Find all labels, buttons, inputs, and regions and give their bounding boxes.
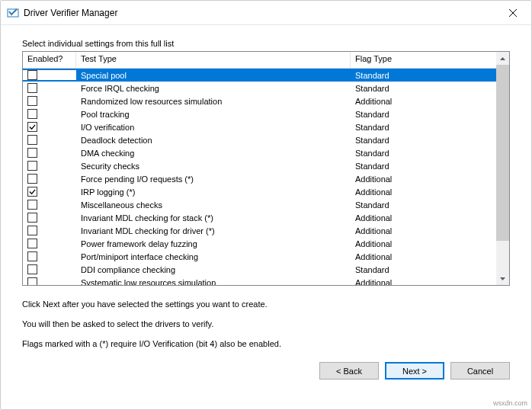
scroll-up-button[interactable] <box>496 52 509 65</box>
row-flagtype: Standard <box>351 136 496 145</box>
col-header-enabled[interactable]: Enabled? <box>23 52 76 68</box>
row-enabled-cell <box>23 174 76 184</box>
col-header-testtype[interactable]: Test Type <box>76 52 351 68</box>
row-enabled-cell <box>23 122 76 132</box>
scroll-thumb[interactable] <box>496 65 509 241</box>
table-row[interactable]: Security checksStandard <box>23 159 496 172</box>
table-row[interactable]: IRP logging (*)Additional <box>23 185 496 198</box>
row-checkbox[interactable] <box>27 226 37 235</box>
row-checkbox[interactable] <box>27 251 37 261</box>
row-enabled-cell <box>23 213 76 223</box>
row-enabled-cell <box>23 264 76 274</box>
row-flagtype: Standard <box>351 265 496 274</box>
row-checkbox[interactable] <box>27 187 37 197</box>
row-enabled-cell <box>23 187 76 197</box>
app-icon <box>7 7 19 19</box>
row-flagtype: Additional <box>351 97 496 106</box>
window: Driver Verifier Manager Select individua… <box>0 0 532 410</box>
content-area: Select individual settings from this ful… <box>1 25 531 409</box>
row-enabled-cell <box>23 70 76 80</box>
list-body: Special poolStandardForce IRQL checkingS… <box>23 69 496 285</box>
table-row[interactable]: Miscellaneous checksStandard <box>23 198 496 211</box>
table-row[interactable]: I/O verificationStandard <box>23 120 496 133</box>
table-row[interactable]: Systematic low resources simulationAddit… <box>23 276 496 285</box>
row-flagtype: Additional <box>351 252 496 261</box>
row-testtype: I/O verification <box>76 123 351 132</box>
row-checkbox[interactable] <box>27 161 37 171</box>
row-enabled-cell <box>23 251 76 261</box>
row-enabled-cell <box>23 148 76 158</box>
row-checkbox[interactable] <box>27 174 37 184</box>
row-flagtype: Standard <box>351 110 496 119</box>
col-header-enabled-label: Enabled? <box>27 54 63 63</box>
next-button[interactable]: Next > <box>385 362 444 380</box>
table-row[interactable]: Special poolStandard <box>23 69 496 82</box>
row-enabled-cell <box>23 83 76 93</box>
notes: Click Next after you have selected the s… <box>22 299 510 359</box>
button-row: < Back Next > Cancel <box>22 359 510 380</box>
row-flagtype: Additional <box>351 278 496 286</box>
list-header: Enabled? Test Type Flag Type <box>23 52 496 69</box>
row-checkbox[interactable] <box>27 122 37 132</box>
table-row[interactable]: Invariant MDL checking for stack (*)Addi… <box>23 211 496 224</box>
row-enabled-cell <box>23 161 76 171</box>
row-testtype: Special pool <box>76 71 351 80</box>
row-testtype: Invariant MDL checking for stack (*) <box>76 213 351 223</box>
col-header-flagtype[interactable]: Flag Type <box>351 52 496 68</box>
row-enabled-cell <box>23 109 76 119</box>
row-flagtype: Standard <box>351 149 496 158</box>
table-row[interactable]: Pool trackingStandard <box>23 107 496 120</box>
row-checkbox[interactable] <box>27 200 37 210</box>
table-row[interactable]: DDI compliance checkingStandard <box>23 263 496 276</box>
row-testtype: Deadlock detection <box>76 136 351 145</box>
row-checkbox[interactable] <box>27 213 37 223</box>
check-icon <box>29 123 36 130</box>
row-flagtype: Additional <box>351 226 496 235</box>
table-row[interactable]: Invariant MDL checking for driver (*)Add… <box>23 224 496 237</box>
scroll-track[interactable] <box>496 65 509 272</box>
row-checkbox[interactable] <box>27 239 37 248</box>
row-checkbox[interactable] <box>27 109 37 119</box>
row-testtype: Invariant MDL checking for driver (*) <box>76 226 351 235</box>
close-button[interactable] <box>495 2 530 24</box>
table-row[interactable]: Deadlock detectionStandard <box>23 133 496 146</box>
table-row[interactable]: Force IRQL checkingStandard <box>23 82 496 94</box>
cancel-button[interactable]: Cancel <box>450 362 510 380</box>
scroll-down-button[interactable] <box>496 272 509 285</box>
row-checkbox[interactable] <box>27 148 37 158</box>
scrollbar[interactable] <box>496 52 509 285</box>
row-testtype: Miscellaneous checks <box>76 200 351 210</box>
table-row[interactable]: Port/miniport interface checkingAddition… <box>23 250 496 263</box>
chevron-up-icon <box>500 57 505 60</box>
row-testtype: IRP logging (*) <box>76 187 351 197</box>
window-title: Driver Verifier Manager <box>24 8 495 18</box>
settings-list: Enabled? Test Type Flag Type Special poo… <box>22 51 510 286</box>
row-flagtype: Additional <box>351 187 496 197</box>
row-checkbox[interactable] <box>27 277 37 285</box>
note-line-3: Flags marked with a (*) require I/O Veri… <box>22 339 510 348</box>
row-checkbox[interactable] <box>27 70 37 80</box>
row-checkbox[interactable] <box>27 264 37 274</box>
row-flagtype: Standard <box>351 84 496 93</box>
row-flagtype: Standard <box>351 200 496 210</box>
row-testtype: Pool tracking <box>76 110 351 119</box>
back-button[interactable]: < Back <box>319 362 379 380</box>
row-testtype: DMA checking <box>76 149 351 158</box>
row-checkbox[interactable] <box>27 83 37 93</box>
row-testtype: DDI compliance checking <box>76 265 351 274</box>
row-checkbox[interactable] <box>27 96 37 106</box>
row-flagtype: Standard <box>351 71 496 80</box>
row-testtype: Port/miniport interface checking <box>76 252 351 261</box>
table-row[interactable]: Randomized low resources simulationAddit… <box>23 94 496 107</box>
chevron-down-icon <box>500 277 505 280</box>
row-enabled-cell <box>23 226 76 235</box>
table-row[interactable]: Force pending I/O requests (*)Additional <box>23 172 496 185</box>
close-icon <box>509 9 517 17</box>
row-flagtype: Standard <box>351 123 496 132</box>
table-row[interactable]: DMA checkingStandard <box>23 146 496 159</box>
table-row[interactable]: Power framework delay fuzzingAdditional <box>23 237 496 250</box>
row-checkbox[interactable] <box>27 135 37 145</box>
row-testtype: Force pending I/O requests (*) <box>76 175 351 184</box>
row-enabled-cell <box>23 200 76 210</box>
note-line-1: Click Next after you have selected the s… <box>22 299 510 309</box>
